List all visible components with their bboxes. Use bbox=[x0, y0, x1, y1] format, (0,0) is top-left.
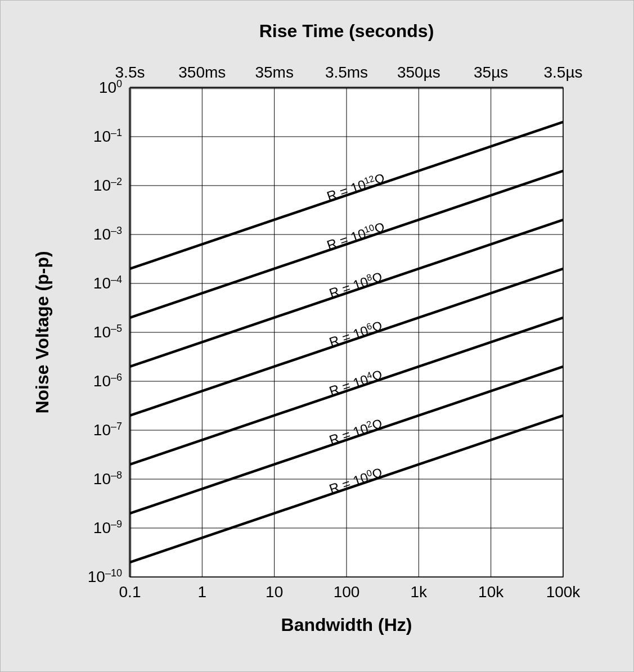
y-tick-label: 10–5 bbox=[93, 323, 122, 341]
y-tick-label: 10–4 bbox=[93, 274, 122, 292]
y-tick-label: 100 bbox=[99, 78, 122, 96]
y-tick-label: 10–7 bbox=[93, 421, 122, 439]
x-axis-label: Bandwidth (Hz) bbox=[281, 615, 412, 635]
x-tick-label: 1k bbox=[411, 583, 428, 601]
x-top-tick-label: 35µs bbox=[474, 64, 508, 81]
x-tick-label: 10 bbox=[266, 583, 283, 601]
x-top-tick-label: 3.5ms bbox=[325, 64, 368, 81]
y-tick-label: 10–10 bbox=[88, 567, 122, 585]
y-tick-label: 10–3 bbox=[93, 225, 122, 243]
y-tick-label: 10–9 bbox=[93, 518, 122, 536]
x-tick-label: 100k bbox=[546, 583, 581, 601]
y-tick-label: 10–6 bbox=[93, 372, 122, 390]
x-top-tick-label: 350µs bbox=[397, 64, 440, 81]
top-title: Rise Time (seconds) bbox=[259, 21, 434, 41]
chart-svg: 0.11101001k10k100k3.5s350ms35ms3.5ms350µ… bbox=[1, 1, 634, 672]
x-tick-label: 0.1 bbox=[119, 583, 141, 601]
x-tick-label: 10k bbox=[478, 583, 504, 601]
chart-frame: 0.11101001k10k100k3.5s350ms35ms3.5ms350µ… bbox=[0, 0, 634, 672]
x-top-tick-label: 350ms bbox=[178, 64, 226, 81]
y-tick-label: 10–8 bbox=[93, 470, 122, 488]
x-tick-label: 100 bbox=[334, 583, 360, 601]
x-top-tick-label: 3.5µs bbox=[543, 64, 582, 81]
y-tick-label: 10–1 bbox=[93, 127, 122, 145]
y-tick-label: 10–2 bbox=[93, 176, 122, 194]
y-axis-label: Noise Voltage (p-p) bbox=[32, 251, 52, 413]
x-tick-label: 1 bbox=[198, 583, 207, 601]
x-top-tick-label: 35ms bbox=[255, 64, 293, 81]
